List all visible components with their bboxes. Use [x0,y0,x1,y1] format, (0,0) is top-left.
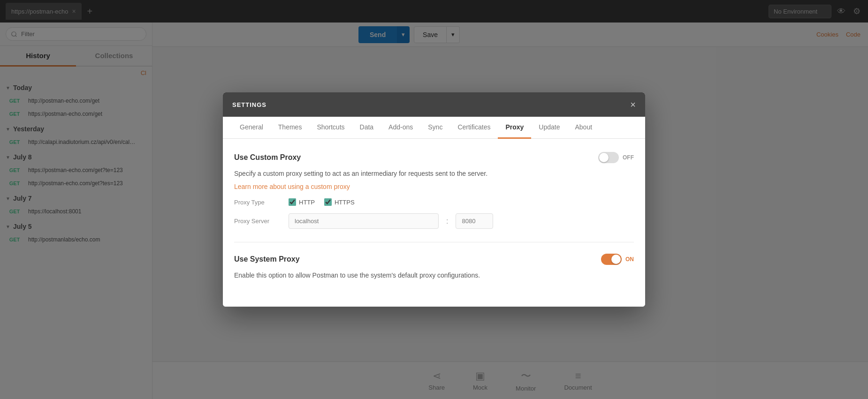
proxy-type-checkboxes: HTTP HTTPS [289,198,355,206]
tab-themes[interactable]: Themes [271,117,310,139]
modal-header: SETTINGS × [223,92,645,117]
system-proxy-title: Use System Proxy [234,255,300,263]
system-proxy-description: Enable this option to allow Postman to u… [234,271,634,280]
tab-data[interactable]: Data [352,117,381,139]
tab-about[interactable]: About [568,117,600,139]
system-proxy-toggle-label: ON [625,256,634,263]
custom-proxy-description: Specify a custom proxy setting to act as… [234,169,634,179]
proxy-server-row: Proxy Server : [234,213,634,229]
proxy-type-label: Proxy Type [234,199,281,206]
system-proxy-toggle-area: ON [601,254,634,265]
tab-proxy[interactable]: Proxy [498,117,531,139]
tab-sync[interactable]: Sync [420,117,450,139]
tab-update[interactable]: Update [531,117,567,139]
proxy-server-label: Proxy Server [234,218,281,225]
custom-proxy-toggle-label: OFF [623,154,634,161]
port-separator: : [446,217,448,226]
http-checkbox-label[interactable]: HTTP [289,198,315,206]
proxy-host-input[interactable] [289,213,439,229]
modal-tabs: General Themes Shortcuts Data Add-ons Sy… [223,117,645,139]
system-proxy-section: Use System Proxy ON Enable this option t… [234,254,634,280]
http-label: HTTP [299,199,315,206]
proxy-port-input[interactable] [456,213,493,229]
http-checkbox[interactable] [289,198,296,206]
proxy-fields: Proxy Type HTTP HTTPS [234,198,634,229]
proxy-divider [234,242,634,242]
modal-title: SETTINGS [232,101,266,108]
toggle-knob [599,153,609,162]
system-proxy-header: Use System Proxy ON [234,254,634,265]
tab-certificates[interactable]: Certificates [450,117,498,139]
custom-proxy-section: Use Custom Proxy OFF Specify a custom pr… [234,152,634,229]
system-proxy-toggle[interactable] [601,254,622,265]
custom-proxy-link[interactable]: Learn more about using a custom proxy [234,183,350,190]
tab-shortcuts[interactable]: Shortcuts [309,117,352,139]
https-checkbox[interactable] [324,198,332,206]
modal-close-button[interactable]: × [630,100,636,109]
custom-proxy-title: Use Custom Proxy [234,153,301,162]
modal-overlay[interactable]: SETTINGS × General Themes Shortcuts Data… [0,0,868,399]
custom-proxy-toggle-area: OFF [598,152,634,163]
https-label: HTTPS [335,199,355,206]
custom-proxy-toggle[interactable] [598,152,619,163]
proxy-type-row: Proxy Type HTTP HTTPS [234,198,634,206]
app-background: https://postman-echo × + No Environment … [0,0,868,399]
toggle-knob-system [611,255,621,264]
modal-body: Use Custom Proxy OFF Specify a custom pr… [223,139,645,307]
custom-proxy-header: Use Custom Proxy OFF [234,152,634,163]
tab-general[interactable]: General [232,117,271,139]
settings-modal: SETTINGS × General Themes Shortcuts Data… [223,92,645,307]
https-checkbox-label[interactable]: HTTPS [324,198,355,206]
tab-addons[interactable]: Add-ons [381,117,420,139]
